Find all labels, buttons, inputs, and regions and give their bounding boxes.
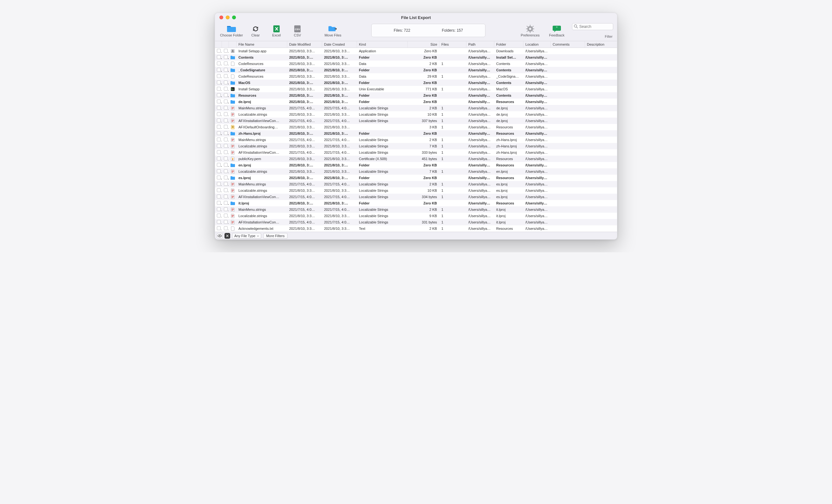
choose-folder-button[interactable]: Choose Folder (219, 23, 244, 38)
row-checkbox-2[interactable] (222, 182, 229, 186)
clear-button[interactable]: Clear (246, 23, 265, 38)
row-checkbox-2[interactable] (222, 61, 229, 66)
col-size[interactable]: Size (408, 41, 439, 48)
row-checkbox-1[interactable] (215, 106, 222, 110)
table-row[interactable]: es.lproj2021/8/10, 3:…2021/8/10, 3:…Fold… (215, 175, 617, 181)
row-checkbox-2[interactable] (222, 157, 229, 161)
row-checkbox-1[interactable] (215, 61, 222, 66)
col-comments[interactable]: Comments (551, 41, 585, 48)
row-checkbox-2[interactable] (222, 138, 229, 142)
more-filters-button[interactable]: More Filters (263, 233, 287, 239)
row-checkbox-2[interactable] (222, 188, 229, 193)
row-checkbox-1[interactable] (215, 182, 222, 186)
table-row[interactable]: en.lproj2021/8/10, 3:…2021/8/10, 3:…Fold… (215, 162, 617, 168)
table-row[interactable]: Install Setapp2021/8/10, 3:3…2021/8/10, … (215, 86, 617, 92)
row-checkbox-2[interactable] (222, 81, 229, 85)
row-checkbox-2[interactable] (222, 106, 229, 110)
col-icon[interactable] (229, 41, 237, 48)
row-checkbox-1[interactable] (215, 220, 222, 224)
row-checkbox-2[interactable] (222, 195, 229, 199)
col-date-created[interactable]: Date Created (322, 41, 357, 48)
col-date-modified[interactable]: Date Modified (287, 41, 322, 48)
table-row[interactable]: MacOS2021/8/10, 3:…2021/8/10, 3:…FolderZ… (215, 80, 617, 86)
table-row[interactable]: Contents2021/8/10, 3:…2021/8/10, 3:…Fold… (215, 54, 617, 60)
table-row[interactable]: CodeResources2021/8/10, 3:3…2021/8/10, 3… (215, 60, 617, 67)
search-input[interactable] (572, 23, 613, 30)
row-checkbox-1[interactable] (215, 138, 222, 142)
table-row[interactable]: Localizable.strings2021/8/10, 3:3…2021/8… (215, 168, 617, 175)
row-checkbox-2[interactable] (222, 68, 229, 72)
table-row[interactable]: MainMenu.strings2021/7/15, 4:0…2021/7/15… (215, 137, 617, 143)
row-checkbox-1[interactable] (215, 125, 222, 129)
row-checkbox-2[interactable] (222, 220, 229, 224)
row-checkbox-2[interactable] (222, 74, 229, 79)
row-checkbox-1[interactable] (215, 100, 222, 104)
row-checkbox-2[interactable] (222, 169, 229, 174)
table-row[interactable]: AFXInstallationViewCon…2021/7/15, 4:0…20… (215, 149, 617, 156)
row-checkbox-1[interactable] (215, 131, 222, 136)
col-check2[interactable] (222, 41, 229, 48)
csv-button[interactable]: CSV CSV (288, 23, 307, 38)
table-row[interactable]: Localizable.strings2021/8/10, 3:3…2021/8… (215, 143, 617, 149)
row-checkbox-1[interactable] (215, 87, 222, 91)
file-type-select[interactable]: Any File Type (232, 233, 261, 239)
table-row[interactable]: it.lproj2021/8/10, 3:…2021/8/10, 3:…Fold… (215, 200, 617, 206)
maximize-window-button[interactable] (232, 16, 236, 19)
row-checkbox-2[interactable] (222, 163, 229, 167)
row-checkbox-2[interactable] (222, 112, 229, 117)
row-checkbox-2[interactable] (222, 100, 229, 104)
close-window-button[interactable] (219, 16, 223, 19)
row-checkbox-2[interactable] (222, 176, 229, 180)
table-row[interactable]: Acknowledgements.txt2021/8/10, 3:3…2021/… (215, 226, 617, 232)
preferences-button[interactable]: Preferences (517, 23, 543, 38)
table-row[interactable]: Resources2021/8/10, 3:…2021/8/10, 3:…Fol… (215, 92, 617, 99)
table-row[interactable]: AFXInstallationViewCon…2021/7/15, 4:0…20… (215, 194, 617, 200)
table-row[interactable]: Localizable.strings2021/8/10, 3:3…2021/8… (215, 111, 617, 117)
row-checkbox-1[interactable] (215, 144, 222, 148)
table-row[interactable]: Localizable.strings2021/8/10, 3:3…2021/8… (215, 187, 617, 194)
minimize-window-button[interactable] (226, 16, 230, 19)
row-checkbox-1[interactable] (215, 188, 222, 193)
clear-filter-button[interactable] (225, 233, 230, 239)
col-check1[interactable] (215, 41, 222, 48)
table-row[interactable]: Install Setapp.app2021/8/10, 3:3…2021/8/… (215, 48, 617, 54)
excel-button[interactable]: Excel (267, 23, 286, 38)
row-checkbox-2[interactable] (222, 125, 229, 129)
table-row[interactable]: AFXInstallationViewCon…2021/7/15, 4:0…20… (215, 117, 617, 124)
table-row[interactable]: AFXDefaultOnboarding…2021/8/10, 3:3…2021… (215, 124, 617, 130)
col-kind[interactable]: Kind (357, 41, 408, 48)
table-row[interactable]: MainMenu.strings2021/7/15, 4:0…2021/7/15… (215, 105, 617, 111)
row-checkbox-1[interactable] (215, 169, 222, 174)
table-row[interactable]: MainMenu.strings2021/7/15, 4:0…2021/7/15… (215, 206, 617, 213)
row-checkbox-1[interactable] (215, 55, 222, 60)
table-row[interactable]: Localizable.strings2021/8/10, 3:3…2021/8… (215, 213, 617, 219)
col-description[interactable]: Description (585, 41, 617, 48)
col-path[interactable]: Path (466, 41, 494, 48)
row-checkbox-1[interactable] (215, 214, 222, 218)
table-row[interactable]: de.lproj2021/8/10, 3:…2021/8/10, 3:…Fold… (215, 99, 617, 105)
col-location[interactable]: Location (523, 41, 551, 48)
row-checkbox-2[interactable] (222, 93, 229, 98)
row-checkbox-2[interactable] (222, 201, 229, 205)
row-checkbox-2[interactable] (222, 55, 229, 60)
table-row[interactable]: zh-Hans.lproj2021/8/10, 3:…2021/8/10, 3:… (215, 130, 617, 137)
row-checkbox-1[interactable] (215, 207, 222, 212)
table-row[interactable]: _CodeSignature2021/8/10, 3:…2021/8/10, 3… (215, 67, 617, 73)
row-checkbox-2[interactable] (222, 214, 229, 218)
row-checkbox-1[interactable] (215, 118, 222, 123)
row-checkbox-1[interactable] (215, 93, 222, 98)
row-checkbox-1[interactable] (215, 195, 222, 199)
col-files[interactable]: Files (439, 41, 466, 48)
row-checkbox-1[interactable] (215, 201, 222, 205)
row-checkbox-2[interactable] (222, 226, 229, 231)
row-checkbox-2[interactable] (222, 150, 229, 155)
table-row[interactable]: CodeResources2021/8/10, 3:3…2021/8/10, 3… (215, 73, 617, 80)
col-folder[interactable]: Folder (494, 41, 523, 48)
col-file-name[interactable]: File Name (237, 41, 287, 48)
row-checkbox-1[interactable] (215, 68, 222, 72)
row-checkbox-2[interactable] (222, 87, 229, 91)
row-checkbox-1[interactable] (215, 81, 222, 85)
table-row[interactable]: MainMenu.strings2021/7/15, 4:0…2021/7/15… (215, 181, 617, 187)
row-checkbox-1[interactable] (215, 176, 222, 180)
row-checkbox-2[interactable] (222, 49, 229, 53)
